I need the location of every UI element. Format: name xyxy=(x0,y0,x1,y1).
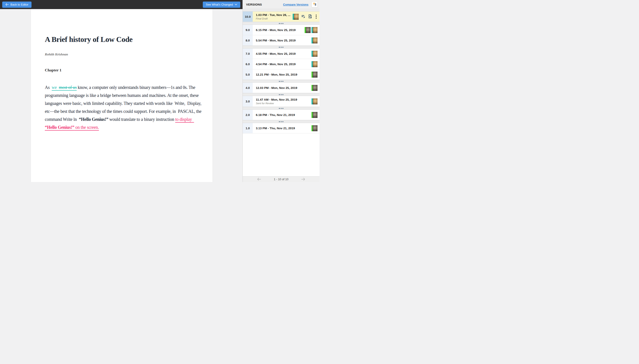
version-note: Final Draft xyxy=(256,17,290,20)
back-to-editor-button[interactable]: Back to Editor xyxy=(2,2,32,8)
compare-versions-link[interactable]: Compare Versions xyxy=(283,3,308,6)
version-timestamp: 4.54 PM - Mon, Nov 25, 2019 xyxy=(256,62,311,66)
versions-panel: VERSIONS Compare Versions 10.0 1.03 PM -… xyxy=(242,0,320,182)
version-number: 6.0 xyxy=(243,59,253,69)
document-paragraph: As we most of us know, a computer only u… xyxy=(45,83,203,131)
tracked-insertion-pink: to display xyxy=(175,117,194,122)
paragraph-run: know, a computer only understands binary… xyxy=(45,85,203,122)
version-timestamp: 5.54 PM - Mon, Nov 25, 2019 xyxy=(256,39,311,42)
edit-version-notes-button[interactable] xyxy=(301,14,305,19)
version-row-5[interactable]: 5.0 12.21 PM - Mon, Nov 25, 2019 xyxy=(243,70,320,80)
version-row-7[interactable]: 7.0 4.55 PM - Mon, Nov 25, 2019 xyxy=(243,48,320,59)
version-row-9[interactable]: 9.0 6.15 PM - Mon, Nov 25, 2019 xyxy=(243,25,320,35)
avatar xyxy=(311,51,317,57)
versions-panel-header: VERSIONS Compare Versions xyxy=(243,0,320,9)
version-row-10[interactable]: 10.0 1.03 PM - Tue, Nov 26, ... Final Dr… xyxy=(243,12,320,22)
collapsed-versions-strip xyxy=(243,9,320,12)
version-note: Sent for Review xyxy=(256,102,311,105)
version-row-8[interactable]: 8.0 5.54 PM - Mon, Nov 25, 2019 xyxy=(243,35,320,46)
paragraph-run: would translate to a binary instruction xyxy=(108,117,175,122)
version-number: 9.0 xyxy=(243,25,253,35)
version-row-4[interactable]: 4.0 12.03 PM - Mon, Nov 25, 2019 xyxy=(243,83,320,93)
version-row-2[interactable]: 2.0 6.18 PM - Thu, Nov 21, 2019 xyxy=(243,110,320,120)
see-whats-changed-label: See What's Changed xyxy=(206,3,233,6)
document-title: A Brief history of Low Code xyxy=(45,35,200,44)
expand-collapsed-versions[interactable] xyxy=(243,107,320,110)
avatar xyxy=(311,98,317,104)
version-row-6[interactable]: 6.0 4.54 PM - Mon, Nov 25, 2019 xyxy=(243,59,320,70)
avatar xyxy=(311,38,317,44)
create-document-from-version-button[interactable] xyxy=(308,14,312,19)
version-timestamp: 3.13 PM - Thu, Nov 21, 2019 xyxy=(256,126,311,130)
avatar xyxy=(305,27,311,33)
version-row-1[interactable]: 1.0 3.13 PM - Thu, Nov 21, 2019 xyxy=(243,123,320,134)
top-bar: Back to Editor See What's Changed xyxy=(0,0,242,9)
avatar xyxy=(311,61,317,67)
version-timestamp: 12.21 PM - Mon, Nov 25, 2019 xyxy=(256,73,311,76)
version-timestamp: 4.55 PM - Mon, Nov 25, 2019 xyxy=(256,52,311,56)
previous-page-arrow[interactable] xyxy=(257,177,261,181)
avatar xyxy=(293,14,299,20)
version-timestamp: 6.15 PM - Mon, Nov 25, 2019 xyxy=(256,28,305,32)
version-number: 8.0 xyxy=(243,35,253,46)
tracked-insertion-teal: we xyxy=(52,85,59,90)
avatar xyxy=(311,27,317,33)
tracked-insertion-pink-bold: “Hello Genius!” xyxy=(45,125,74,130)
version-row-3[interactable]: 3.0 11.47 AM - Mon, Nov 25, 2019 Sent fo… xyxy=(243,96,320,107)
funnel-filter-icon xyxy=(313,2,316,7)
version-timestamp: 1.03 PM - Tue, Nov 26, ... xyxy=(256,13,290,17)
version-number: 3.0 xyxy=(243,96,253,107)
chapter-heading: Chapter 1 xyxy=(45,68,200,72)
versions-panel-title: VERSIONS xyxy=(246,3,262,6)
version-list: 10.0 1.03 PM - Tue, Nov 26, ... Final Dr… xyxy=(243,12,320,176)
page-range-label: 1 - 10 of 10 xyxy=(274,178,288,181)
version-timestamp: 6.18 PM - Thu, Nov 21, 2019 xyxy=(256,113,311,116)
create-document-from-version-icon xyxy=(308,14,312,19)
version-number: 5.0 xyxy=(243,70,253,80)
versions-pagination: 1 - 10 of 10 xyxy=(243,176,320,182)
avatar xyxy=(311,112,317,118)
version-timestamp: 11.47 AM - Mon, Nov 25, 2019 xyxy=(256,98,311,101)
tracked-deletion-teal: most of us xyxy=(59,85,77,90)
version-number: 4.0 xyxy=(243,83,253,93)
avatar xyxy=(311,72,317,78)
document-author: Rohith Krishnan xyxy=(45,52,200,56)
tracked-insertion-pink: on the screen. xyxy=(74,125,99,130)
expand-collapsed-versions[interactable] xyxy=(243,22,320,25)
expand-collapsed-versions[interactable] xyxy=(243,93,320,96)
version-number: 2.0 xyxy=(243,110,253,120)
version-timestamp: 12.03 PM - Mon, Nov 25, 2019 xyxy=(256,86,311,90)
paragraph-run-bold: “Hello Genius!” xyxy=(79,117,108,122)
back-to-editor-label: Back to Editor xyxy=(11,3,29,6)
document-preview-area: A Brief history of Low Code Rohith Krish… xyxy=(0,9,242,182)
version-number: 7.0 xyxy=(243,48,253,59)
version-number: 10.0 xyxy=(243,12,253,22)
back-arrow-icon xyxy=(5,3,9,6)
expand-collapsed-versions[interactable] xyxy=(243,46,320,48)
filter-versions-button[interactable] xyxy=(311,2,317,8)
version-history-screen: Back to Editor See What's Changed A Brie… xyxy=(0,0,320,182)
next-page-arrow[interactable] xyxy=(301,177,305,181)
version-number: 1.0 xyxy=(243,123,253,133)
avatar xyxy=(311,85,317,91)
paragraph-run: As xyxy=(45,85,52,90)
avatar xyxy=(311,125,317,131)
document-page: A Brief history of Low Code Rohith Krish… xyxy=(31,9,213,182)
edit-version-notes-icon xyxy=(301,14,305,19)
chevron-down-icon xyxy=(235,4,237,5)
expand-collapsed-versions[interactable] xyxy=(243,80,320,83)
expand-collapsed-versions[interactable] xyxy=(243,120,320,123)
more-options-kebab-button[interactable] xyxy=(315,14,317,19)
see-whats-changed-button[interactable]: See What's Changed xyxy=(203,2,240,8)
